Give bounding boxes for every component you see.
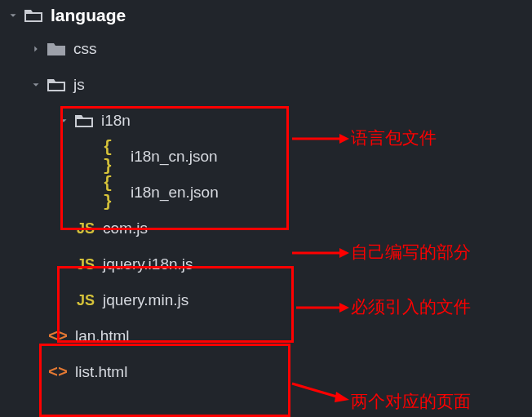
file-label: jquery.min.js: [103, 291, 188, 309]
tree-folder-js[interactable]: js: [0, 67, 532, 103]
chevron-down-icon: [28, 77, 44, 93]
file-label: com.js: [103, 220, 148, 237]
folder-label: i18n: [101, 112, 131, 130]
folder-open-icon: [23, 5, 44, 26]
file-label: lan.html: [75, 327, 130, 345]
folder-label: css: [73, 40, 97, 58]
tree-folder-language[interactable]: language: [0, 0, 532, 31]
tree-file-jquery-i18n[interactable]: JS jquery.i18n.js: [0, 246, 532, 282]
tree-file-i18n-cn[interactable]: { } i18n_cn.json: [0, 139, 532, 175]
json-icon: { }: [103, 182, 124, 203]
js-icon: JS: [75, 218, 96, 239]
tree-file-jquery-min[interactable]: JS jquery.min.js: [0, 282, 532, 318]
chevron-down-icon: [55, 113, 72, 129]
svg-marker-7: [335, 392, 349, 402]
html-icon: <>: [47, 326, 69, 347]
folder-label: js: [73, 76, 85, 94]
js-icon: JS: [75, 254, 96, 275]
html-icon: <>: [47, 362, 69, 383]
folder-icon: [46, 38, 67, 60]
file-label: i18n_en.json: [131, 184, 219, 202]
tree-folder-css[interactable]: css: [0, 31, 532, 67]
tree-folder-i18n[interactable]: i18n: [0, 103, 532, 139]
annotation-text: 两个对应的页面: [351, 390, 471, 413]
chevron-down-icon: [5, 7, 21, 24]
file-label: jquery.i18n.js: [103, 255, 193, 273]
file-label: list.html: [75, 363, 127, 381]
tree-file-list-html[interactable]: <> list.html: [0, 354, 532, 390]
folder-open-icon: [73, 110, 95, 131]
file-label: i18n_cn.json: [131, 148, 218, 166]
folder-open-icon: [46, 74, 67, 95]
json-icon: { }: [103, 146, 124, 167]
folder-label: language: [51, 6, 126, 25]
tree-file-com-js[interactable]: JS com.js: [0, 211, 532, 246]
chevron-right-icon: [28, 41, 44, 57]
tree-file-i18n-en[interactable]: { } i18n_en.json: [0, 175, 532, 211]
js-icon: JS: [75, 290, 96, 311]
tree-file-lan-html[interactable]: <> lan.html: [0, 318, 532, 354]
